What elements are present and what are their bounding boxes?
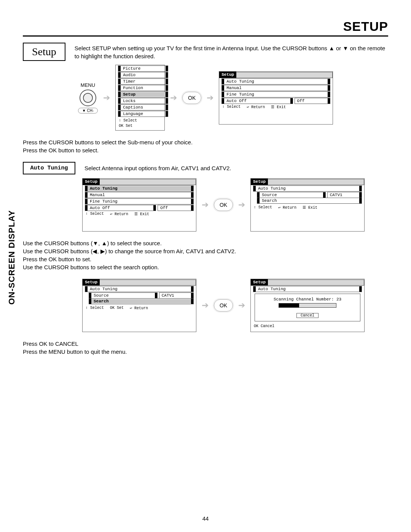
hint-exit: ☰ Exit bbox=[271, 105, 286, 109]
ok-button-icon: OK bbox=[214, 199, 233, 211]
menu-item-function: Function bbox=[121, 86, 166, 90]
menu-item-auto-off: Auto Off bbox=[224, 99, 290, 103]
osd-setup-menu: Setup Auto Tuning Manual Fine Tuning Aut… bbox=[219, 71, 333, 125]
menu-item-manual: Manual bbox=[88, 193, 191, 197]
cancel-button: Cancel bbox=[296, 313, 319, 318]
auto-off-value: Off bbox=[158, 206, 191, 210]
page-number: 44 bbox=[0, 515, 411, 522]
ok-button-icon: OK bbox=[182, 92, 201, 104]
arrow-icon: ➔ bbox=[170, 93, 177, 103]
osd-main-menu: Picture Audio Timer Function Setup Locks… bbox=[115, 65, 165, 131]
setup-box-label: Setup bbox=[23, 43, 65, 61]
auto-tuning-desc: Select Antenna input options from Air, C… bbox=[84, 165, 231, 171]
hint-select: ↕ Select bbox=[86, 212, 104, 216]
menu-item-source: Source bbox=[91, 293, 155, 298]
auto-tuning-label-box: Auto Tuning bbox=[23, 162, 75, 174]
hint-select: ↕ Select bbox=[254, 205, 272, 210]
intro-text: Select SETUP when setting up your TV for… bbox=[75, 43, 388, 60]
sidebar-section-label: ON-SCREEN DISPLAY bbox=[7, 210, 17, 305]
source-value: CATV1 bbox=[328, 193, 359, 197]
instruction-text-3: Press OK to CANCEL Press the MENU button… bbox=[23, 340, 388, 356]
breadcrumb-auto-tuning: Auto Tuning bbox=[88, 287, 191, 291]
breadcrumb-auto-tuning: Auto Tuning bbox=[256, 287, 359, 291]
hint-return: ↩ Return bbox=[247, 105, 265, 109]
auto-off-value: Off bbox=[295, 99, 328, 103]
menu-item-auto-tuning: Auto Tuning bbox=[224, 79, 328, 84]
menu-item-timer: Timer bbox=[121, 79, 166, 84]
menu-label: MENU bbox=[81, 82, 95, 88]
menu-item-auto-tuning: Auto Tuning bbox=[88, 186, 191, 191]
menu-item-source: Source bbox=[260, 193, 323, 197]
menu-item-search: Search bbox=[260, 198, 359, 203]
osd-title: Setup bbox=[251, 179, 268, 185]
source-value: CATV1 bbox=[159, 293, 191, 298]
menu-item-setup: Setup bbox=[121, 92, 166, 97]
hint-select: ↕ Select bbox=[119, 118, 137, 123]
hint-return: ↩ Return bbox=[130, 306, 148, 310]
breadcrumb-auto-tuning: Auto Tuning bbox=[256, 186, 359, 191]
arrow-icon: ➔ bbox=[238, 300, 245, 310]
hint-return: ↩ Return bbox=[110, 212, 128, 216]
hint-set: OK Set bbox=[110, 306, 124, 310]
hint-select: ↕ Select bbox=[86, 306, 104, 310]
hint-exit: ☰ Exit bbox=[134, 212, 149, 216]
ch-down-button: ▼ CH- bbox=[78, 108, 98, 113]
osd-auto-tuning-menu: Setup Auto Tuning Source CATV1 Search ↕ … bbox=[250, 178, 365, 232]
osd-title: Setup bbox=[251, 279, 268, 286]
osd-search-menu: Setup Auto Tuning Source CATV1 Search ↕ … bbox=[82, 279, 196, 332]
arrow-icon: ➔ bbox=[202, 300, 209, 310]
osd-title: Setup bbox=[219, 72, 236, 78]
menu-item-fine-tuning: Fine Tuning bbox=[224, 92, 328, 97]
instruction-text-1: Press the CURSOR buttons to select the S… bbox=[23, 138, 388, 154]
menu-item-fine-tuning: Fine Tuning bbox=[88, 199, 191, 204]
page-header: SETUP bbox=[23, 19, 388, 37]
hint-exit: ☰ Exit bbox=[303, 205, 317, 210]
menu-item-manual: Manual bbox=[224, 86, 328, 90]
menu-item-locks: Locks bbox=[121, 99, 166, 103]
hint-return: ↩ Return bbox=[278, 205, 296, 210]
menu-item-language: Language bbox=[121, 112, 166, 116]
arrow-icon: ➔ bbox=[207, 93, 213, 103]
hint-select: ↕ Select bbox=[222, 105, 241, 109]
progress-bar bbox=[279, 303, 336, 308]
instruction-text-2: Use the CURSOR buttons (▼, ▲) to select … bbox=[23, 239, 388, 271]
arrow-icon: ➔ bbox=[202, 200, 209, 210]
menu-item-audio: Audio bbox=[121, 73, 166, 77]
hint-set: OK Set bbox=[119, 124, 132, 128]
menu-item-captions: Captions bbox=[121, 105, 166, 110]
osd-scanning: Setup Auto Tuning Scanning Channel Numbe… bbox=[250, 279, 365, 332]
hint-cancel: OK Cancel bbox=[254, 324, 274, 328]
menu-item-picture: Picture bbox=[121, 66, 166, 71]
scanning-text: Scanning Channel Number: 23 bbox=[256, 297, 358, 302]
remote-menu-icon: MENU ▼ CH- bbox=[78, 82, 98, 113]
arrow-icon: ➔ bbox=[238, 200, 245, 210]
osd-title: Setup bbox=[83, 279, 100, 286]
menu-item-search: Search bbox=[91, 299, 191, 304]
arrow-icon: ➔ bbox=[103, 93, 110, 103]
menu-item-auto-off: Auto Off bbox=[88, 206, 153, 210]
osd-title: Setup bbox=[83, 179, 100, 185]
ok-button-icon: OK bbox=[214, 299, 233, 312]
osd-setup-menu-selected: Setup Auto Tuning Manual Fine Tuning Aut… bbox=[82, 178, 196, 232]
